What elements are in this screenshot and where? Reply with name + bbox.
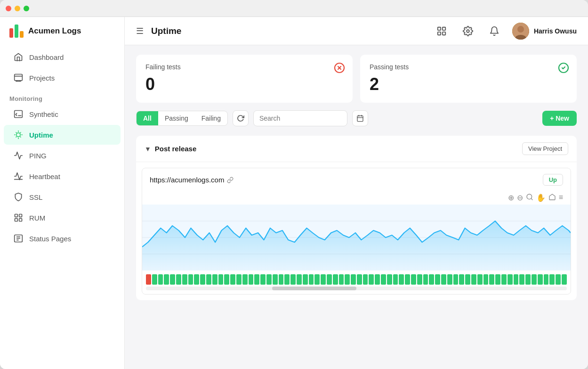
tab-passing[interactable]: Passing xyxy=(158,111,195,125)
status-bar xyxy=(206,274,211,285)
view-project-button[interactable]: View Project xyxy=(522,142,568,155)
app-window: Acumen Logs Dashboard Projects Monitorin… xyxy=(0,0,588,369)
status-bars xyxy=(142,271,571,287)
monitor-header: https://acumenlogs.com Up xyxy=(142,168,571,191)
sidebar-item-synthetic[interactable]: Synthetic xyxy=(4,104,121,124)
svg-rect-23 xyxy=(443,32,445,34)
sidebar-item-ping[interactable]: PING xyxy=(4,146,121,165)
home-reset-icon[interactable] xyxy=(548,193,556,203)
logo-area: Acumen Logs xyxy=(0,25,124,47)
status-bar xyxy=(212,274,217,285)
dot-green[interactable] xyxy=(24,6,29,11)
topbar-icons: Harris Owusu xyxy=(433,23,577,40)
chevron-down-icon: ▼ xyxy=(145,145,151,153)
sidebar-item-rum[interactable]: RUM xyxy=(4,208,121,228)
failing-tests-value: 0 xyxy=(145,74,343,94)
status-bar xyxy=(514,274,519,285)
status-bar xyxy=(447,274,452,285)
passing-tests-card: Passing tests 2 xyxy=(360,55,577,103)
project-header: ▼ Post release View Project xyxy=(136,136,577,162)
logo-bar-orange xyxy=(20,31,24,38)
uptime-label: Uptime xyxy=(29,131,53,139)
apps-icon-btn[interactable] xyxy=(433,23,450,40)
new-button[interactable]: + New xyxy=(542,111,577,126)
synthetic-label: Synthetic xyxy=(29,110,58,118)
projects-label: Projects xyxy=(29,74,55,82)
settings-icon-btn[interactable] xyxy=(459,23,476,40)
status-bar xyxy=(483,274,489,285)
status-bar xyxy=(297,274,302,285)
status-pages-icon xyxy=(13,233,24,244)
status-bar xyxy=(399,274,404,285)
calendar-button[interactable] xyxy=(352,110,368,126)
logo-bar-red xyxy=(9,28,13,38)
sidebar-item-ssl[interactable]: SSL xyxy=(4,187,121,207)
zoom-out-icon[interactable]: ⊖ xyxy=(517,193,523,203)
terminal-icon xyxy=(13,109,24,119)
sidebar-item-uptime[interactable]: Uptime xyxy=(4,125,121,145)
project-section: ▼ Post release View Project https://acum… xyxy=(136,136,577,300)
menu-icon[interactable]: ≡ xyxy=(559,193,563,203)
status-bar xyxy=(381,274,386,285)
tab-all[interactable]: All xyxy=(137,111,158,125)
title-bar xyxy=(0,0,588,17)
zoom-in-icon[interactable]: ⊕ xyxy=(508,193,514,203)
tab-failing[interactable]: Failing xyxy=(195,111,227,125)
status-bar xyxy=(218,274,224,285)
svg-line-38 xyxy=(531,198,532,200)
sidebar-item-heartbeat[interactable]: Heartbeat xyxy=(4,166,121,186)
sidebar-item-dashboard[interactable]: Dashboard xyxy=(4,47,121,67)
sidebar-item-status-pages[interactable]: Status Pages xyxy=(4,229,121,248)
refresh-button[interactable] xyxy=(233,110,249,126)
status-bar xyxy=(194,274,199,285)
menu-icon[interactable]: ☰ xyxy=(136,26,144,36)
user-avatar-area[interactable]: Harris Owusu xyxy=(512,23,577,40)
status-bar xyxy=(519,274,524,285)
status-bar xyxy=(152,274,157,285)
status-bar xyxy=(538,274,543,285)
failing-tests-card: Failing tests 0 xyxy=(136,55,353,103)
status-bar xyxy=(393,274,398,285)
pass-icon xyxy=(558,62,569,76)
status-bar xyxy=(441,274,446,285)
dot-yellow[interactable] xyxy=(15,6,20,11)
svg-rect-13 xyxy=(15,214,18,217)
dot-red[interactable] xyxy=(6,6,11,11)
content-area: Failing tests 0 Passing tests 2 xyxy=(125,45,588,369)
pan-icon[interactable]: ✋ xyxy=(536,193,546,203)
status-bar xyxy=(327,274,332,285)
status-bar xyxy=(188,274,193,285)
status-badge: Up xyxy=(543,174,563,186)
status-bar xyxy=(146,274,151,285)
status-bar xyxy=(495,274,500,285)
scroll-track[interactable] xyxy=(146,287,567,290)
svg-rect-21 xyxy=(438,27,441,30)
status-bar xyxy=(254,274,259,285)
status-bar xyxy=(260,274,266,285)
status-bar xyxy=(273,274,278,285)
status-bar xyxy=(453,274,459,285)
sidebar-item-projects[interactable]: Projects xyxy=(4,68,121,88)
scroll-thumb xyxy=(272,287,356,290)
svg-point-25 xyxy=(467,30,469,33)
chart-icon xyxy=(13,73,24,83)
dashboard-label: Dashboard xyxy=(29,53,64,61)
app-body: Acumen Logs Dashboard Projects Monitorin… xyxy=(0,17,588,369)
status-bar xyxy=(525,274,531,285)
ssl-label: SSL xyxy=(29,193,42,201)
status-bar xyxy=(345,274,350,285)
bell-icon-btn[interactable] xyxy=(486,23,503,40)
user-name: Harris Owusu xyxy=(534,27,577,35)
status-bar xyxy=(465,274,470,285)
passing-tests-value: 2 xyxy=(370,74,567,94)
monitor-card: https://acumenlogs.com Up ⊕ ⊖ xyxy=(142,168,571,295)
zoom-reset-icon[interactable] xyxy=(526,193,533,203)
status-bar xyxy=(200,274,205,285)
status-bar xyxy=(266,274,272,285)
status-bar xyxy=(236,274,242,285)
status-bar xyxy=(309,274,314,285)
search-input[interactable] xyxy=(253,110,347,126)
svg-point-7 xyxy=(16,133,20,137)
status-bar xyxy=(532,274,537,285)
status-bar xyxy=(357,274,362,285)
